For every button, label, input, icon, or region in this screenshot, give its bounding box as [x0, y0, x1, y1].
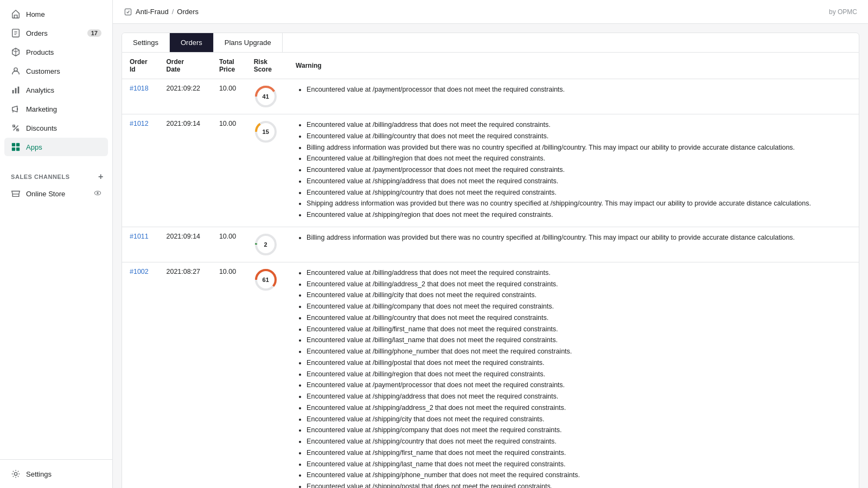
- sidebar-item-marketing[interactable]: Marketing: [4, 100, 108, 118]
- svg-rect-3: [15, 88, 17, 93]
- sidebar-item-label-home: Home: [26, 10, 45, 18]
- online-store-label: Online Store: [26, 190, 65, 198]
- tab-plans-upgrade[interactable]: Plans Upgrade: [214, 33, 283, 52]
- breadcrumb-current: Orders: [177, 8, 199, 16]
- warning-item: Encountered value at /billing/city that …: [307, 290, 851, 300]
- sidebar-item-apps[interactable]: Apps: [4, 138, 108, 156]
- warning-item: Billing address information was provided…: [307, 143, 851, 153]
- breadcrumb-parent: Anti-Fraud: [136, 8, 169, 16]
- warning-item: Encountered value at /shipping/country t…: [307, 436, 851, 447]
- cell-order-id: #1012: [122, 114, 159, 227]
- content-area: Settings Orders Plans Upgrade OrderId Or…: [113, 24, 868, 488]
- sidebar-item-online-store[interactable]: Online Store: [4, 184, 108, 203]
- svg-rect-2: [12, 90, 14, 93]
- cell-risk-score: 15: [246, 114, 288, 227]
- warning-item: Encountered value at /billing/phone_numb…: [307, 346, 851, 357]
- svg-rect-14: [125, 9, 131, 15]
- sidebar: Home Orders 17 Products Customers: [0, 0, 113, 488]
- svg-rect-7: [12, 143, 15, 146]
- cell-total-price: 10.00: [212, 227, 246, 262]
- orders-icon: [11, 28, 21, 38]
- risk-score-value: 15: [263, 129, 269, 135]
- svg-rect-8: [16, 143, 20, 146]
- tab-settings[interactable]: Settings: [122, 33, 170, 52]
- cell-order-id: #1011: [122, 227, 159, 262]
- sidebar-item-discounts[interactable]: Discounts: [4, 119, 108, 137]
- sidebar-item-label-analytics: Analytics: [26, 86, 54, 94]
- risk-score-circle: 61: [254, 268, 278, 292]
- sidebar-item-label-products: Products: [26, 48, 54, 56]
- warning-item: Encountered value at /billing/first_name…: [307, 324, 851, 335]
- warning-item: Encountered value at /shipping/address t…: [307, 391, 851, 402]
- by-opmc-label: by OPMC: [829, 8, 857, 16]
- svg-rect-4: [18, 87, 20, 94]
- cell-warnings: Billing address information was provided…: [288, 227, 859, 262]
- table-header: OrderId OrderDate TotalPrice RiskScore W…: [122, 53, 859, 79]
- warning-item: Encountered value at /billing/country th…: [307, 313, 851, 323]
- cell-total-price: 10.00: [212, 79, 246, 114]
- order-id-link[interactable]: #1018: [130, 85, 149, 92]
- online-store-eye-icon[interactable]: [94, 189, 101, 198]
- svg-rect-9: [12, 147, 15, 151]
- warning-item: Encountered value at /shipping/address t…: [307, 176, 851, 187]
- warning-item: Encountered value at /billing/address th…: [307, 120, 851, 130]
- svg-point-13: [14, 472, 17, 475]
- sidebar-item-customers[interactable]: Customers: [4, 62, 108, 80]
- warning-item: Encountered value at /shipping/company t…: [307, 425, 851, 435]
- orders-badge: 17: [87, 29, 101, 37]
- cell-risk-score: 61: [246, 262, 288, 488]
- warning-item: Encountered value at /shipping/phone_num…: [307, 470, 851, 480]
- cell-warnings: Encountered value at /billing/address th…: [288, 262, 859, 488]
- orders-table-container: OrderId OrderDate TotalPrice RiskScore W…: [122, 53, 859, 488]
- warning-item: Shipping address information was provide…: [307, 198, 851, 209]
- add-sales-channel-button[interactable]: +: [98, 172, 104, 182]
- col-header-order-date: OrderDate: [159, 53, 212, 79]
- table-row: #10112021:09:1410.00 2 Billing address i…: [122, 227, 859, 262]
- cell-warnings: Encountered value at /billing/address th…: [288, 114, 859, 227]
- main-content: Anti-Fraud / Orders by OPMC Settings Ord…: [113, 0, 868, 488]
- warning-item: Encountered value at /shipping/first_nam…: [307, 448, 851, 458]
- risk-score-circle: 2: [254, 233, 278, 256]
- sidebar-item-analytics[interactable]: Analytics: [4, 81, 108, 99]
- warning-item: Encountered value at /billing/company th…: [307, 301, 851, 312]
- sidebar-item-label-marketing: Marketing: [26, 105, 57, 113]
- sidebar-item-home[interactable]: Home: [4, 5, 108, 23]
- risk-score-value: 41: [263, 93, 269, 100]
- sales-channels-label: SALES CHANNELS: [11, 174, 70, 180]
- warning-item: Encountered value at /shipping/city that…: [307, 414, 851, 425]
- customers-icon: [11, 66, 21, 76]
- sidebar-item-label-discounts: Discounts: [26, 124, 57, 132]
- table-body: #10182021:09:2210.00 41 Encountered valu…: [122, 79, 859, 489]
- col-header-warning: Warning: [288, 53, 859, 79]
- col-header-order-id: OrderId: [122, 53, 159, 79]
- warning-item: Encountered value at /shipping/country t…: [307, 188, 851, 198]
- risk-score-value: 61: [263, 277, 269, 283]
- sales-channels-section: SALES CHANNELS +: [0, 165, 112, 184]
- order-id-link[interactable]: #1011: [130, 233, 149, 240]
- cell-warnings: Encountered value at /payment/processor …: [288, 79, 859, 114]
- cell-order-date: 2021:09:14: [159, 227, 212, 262]
- tab-bar: Settings Orders Plans Upgrade: [122, 33, 859, 53]
- warning-item: Encountered value at /billing/last_name …: [307, 335, 851, 345]
- discounts-icon: [11, 123, 21, 133]
- sidebar-bottom: Settings: [0, 459, 112, 488]
- store-icon: [11, 189, 21, 198]
- products-icon: [11, 47, 21, 57]
- cell-order-date: 2021:08:27: [159, 262, 212, 488]
- warning-item: Encountered value at /shipping/address_2…: [307, 403, 851, 413]
- sidebar-item-products[interactable]: Products: [4, 43, 108, 61]
- order-id-link[interactable]: #1002: [130, 268, 149, 275]
- breadcrumb-separator: /: [172, 8, 174, 16]
- sidebar-item-label-apps: Apps: [26, 143, 42, 151]
- marketing-icon: [11, 104, 21, 114]
- sidebar-item-orders[interactable]: Orders 17: [4, 24, 108, 42]
- warning-item: Encountered value at /billing/country th…: [307, 131, 851, 142]
- warning-item: Encountered value at /shipping/postal th…: [307, 481, 851, 488]
- svg-rect-10: [16, 147, 20, 151]
- topbar: Anti-Fraud / Orders by OPMC: [113, 0, 868, 24]
- analytics-icon: [11, 85, 21, 95]
- cell-order-id: #1018: [122, 79, 159, 114]
- tab-orders[interactable]: Orders: [170, 33, 214, 52]
- sidebar-item-settings[interactable]: Settings: [4, 465, 108, 483]
- order-id-link[interactable]: #1012: [130, 120, 149, 127]
